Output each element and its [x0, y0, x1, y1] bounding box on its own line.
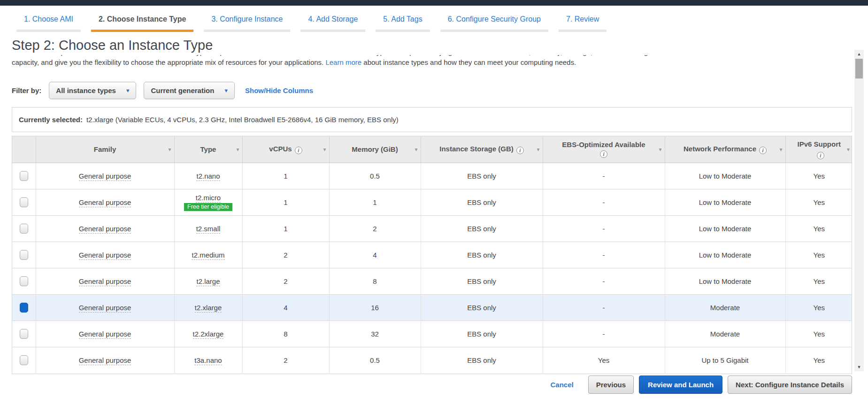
type-tooltip-link[interactable]: t3a.nano — [194, 356, 222, 365]
row-checkbox[interactable] — [20, 329, 28, 339]
ebs-optimized-cell: - — [543, 242, 665, 268]
row-checkbox[interactable] — [20, 303, 28, 313]
type-tooltip-link[interactable]: t2.medium — [192, 251, 224, 260]
vcpus-cell: 8 — [242, 321, 329, 347]
row-checkbox[interactable] — [20, 171, 28, 181]
scrollbar-thumb[interactable] — [855, 59, 863, 78]
ebs-optimized-cell: Yes — [543, 347, 665, 373]
column-header-vcpus[interactable]: vCPUsi▾ — [242, 136, 329, 163]
tab-step-7[interactable]: 7. Review — [559, 12, 607, 32]
sort-caret-icon[interactable]: ▾ — [847, 146, 850, 153]
family-tooltip-link[interactable]: General purpose — [79, 277, 131, 286]
vcpus-cell: 4 — [242, 294, 329, 321]
description-text: capacity, and give you the flexibility t… — [12, 58, 323, 66]
column-header-network-performance[interactable]: Network Performancei▾ — [665, 136, 785, 163]
description-text-after: about instance types and how they can me… — [363, 58, 576, 66]
column-header-memory-gib-[interactable]: Memory (GiB)▾ — [329, 136, 421, 163]
column-header-label: Type — [200, 145, 216, 153]
tab-step-4[interactable]: 4. Add Storage — [300, 12, 365, 32]
memory-cell: 0.5 — [329, 163, 421, 189]
type-tooltip-link[interactable]: t2.micro — [196, 194, 221, 203]
row-checkbox[interactable] — [20, 224, 28, 234]
learn-more-link[interactable]: Learn more — [325, 58, 361, 66]
tab-step-1[interactable]: 1. Choose AMI — [16, 12, 81, 32]
column-header-type[interactable]: Type▾ — [174, 136, 242, 163]
scroll-down-icon[interactable]: ▼ — [854, 363, 864, 371]
column-header-instance-storage-gb-[interactable]: Instance Storage (GB)i▾ — [421, 136, 543, 163]
type-cell: t2.microFree tier eligible — [174, 189, 242, 215]
type-tooltip-link[interactable]: t2.small — [196, 225, 221, 234]
instance-family-filter-dropdown[interactable]: All instance types ▾ — [49, 82, 136, 99]
info-icon[interactable]: i — [516, 147, 524, 154]
family-tooltip-link[interactable]: General purpose — [79, 198, 131, 207]
type-cell: t2.nano — [174, 163, 242, 189]
family-tooltip-link[interactable]: General purpose — [79, 330, 131, 339]
memory-cell: 32 — [329, 321, 421, 347]
type-tooltip-link[interactable]: t2.xlarge — [195, 304, 222, 313]
family-tooltip-link[interactable]: General purpose — [79, 172, 131, 181]
type-cell: t2.large — [174, 268, 242, 294]
type-tooltip-link[interactable]: t2.large — [196, 277, 220, 286]
sort-caret-icon[interactable]: ▾ — [236, 146, 239, 153]
row-checkbox[interactable] — [20, 355, 28, 365]
info-icon[interactable]: i — [600, 150, 607, 158]
sort-caret-icon[interactable]: ▾ — [323, 146, 326, 153]
sort-caret-icon[interactable]: ▾ — [779, 146, 782, 153]
storage-cell: EBS only — [421, 163, 543, 189]
tab-step-6[interactable]: 6. Configure Security Group — [440, 12, 548, 32]
tab-step-5[interactable]: 5. Add Tags — [376, 12, 430, 32]
network-performance-cell: Moderate — [665, 294, 785, 321]
tab-step-2[interactable]: 2. Choose Instance Type — [91, 12, 193, 32]
info-icon[interactable]: i — [759, 147, 767, 154]
table-row-t2.xlarge[interactable]: General purposet2.xlarge416EBS only-Mode… — [12, 294, 852, 321]
family-tooltip-link[interactable]: General purpose — [79, 251, 131, 260]
row-checkbox[interactable] — [20, 197, 28, 207]
network-performance-cell: Moderate — [665, 321, 785, 347]
info-icon[interactable]: i — [817, 152, 824, 159]
table-row-t2.micro[interactable]: General purposet2.microFree tier eligibl… — [12, 189, 852, 215]
next-configure-instance-button[interactable]: Next: Configure Instance Details — [728, 376, 852, 394]
column-header-label: Network Performance — [684, 145, 756, 153]
generation-filter-dropdown[interactable]: Current generation ▾ — [144, 82, 235, 99]
column-header-label: Memory (GiB) — [352, 145, 398, 153]
type-tooltip-link[interactable]: t2.2xlarge — [193, 330, 224, 339]
table-row-t3a.nano[interactable]: General purposet3a.nano20.5EBS onlyYesUp… — [12, 347, 852, 373]
ipv6-support-cell: Yes — [785, 321, 852, 347]
previous-button[interactable]: Previous — [588, 376, 634, 394]
storage-cell: EBS only — [421, 215, 543, 242]
vcpus-cell: 2 — [242, 268, 329, 294]
sort-caret-icon[interactable]: ▾ — [415, 146, 417, 153]
scroll-up-icon[interactable]: ▲ — [854, 50, 864, 58]
row-checkbox[interactable] — [20, 276, 28, 286]
family-tooltip-link[interactable]: General purpose — [79, 356, 131, 365]
column-header-family[interactable]: Family▾ — [36, 136, 174, 163]
dropdown-selected-value: Current generation — [151, 86, 214, 94]
ebs-optimized-cell: - — [543, 163, 665, 189]
column-header-ebs-optimized-available[interactable]: EBS-Optimized Availablei▾ — [543, 136, 665, 163]
column-header-label: IPv6 Support i — [797, 139, 842, 159]
table-row-t2.medium[interactable]: General purposet2.medium24EBS only-Low t… — [12, 242, 852, 268]
table-row-t2.nano[interactable]: General purposet2.nano10.5EBS only-Low t… — [12, 163, 852, 189]
currently-selected-value: t2.xlarge (Variable ECUs, 4 vCPUs, 2.3 G… — [86, 116, 399, 124]
sort-caret-icon[interactable]: ▾ — [659, 146, 661, 153]
info-icon[interactable]: i — [295, 147, 302, 154]
currently-selected-label: Currently selected: — [19, 116, 83, 124]
table-row-t2.small[interactable]: General purposet2.small12EBS only-Low to… — [12, 215, 852, 242]
show-hide-columns-link[interactable]: Show/Hide Columns — [245, 86, 313, 94]
family-tooltip-link[interactable]: General purpose — [79, 304, 131, 313]
type-tooltip-link[interactable]: t2.nano — [196, 172, 220, 181]
review-and-launch-button[interactable]: Review and Launch — [639, 376, 722, 394]
table-row-t2.2xlarge[interactable]: General purposet2.2xlarge832EBS only-Mod… — [12, 321, 852, 347]
family-tooltip-link[interactable]: General purpose — [79, 225, 131, 234]
page-scrollbar[interactable]: ▲ ▼ — [854, 50, 864, 371]
sort-caret-icon[interactable]: ▾ — [168, 146, 171, 153]
ipv6-support-cell: Yes — [785, 294, 852, 321]
cancel-link[interactable]: Cancel — [550, 381, 573, 389]
sort-caret-icon[interactable]: ▾ — [537, 146, 539, 153]
column-header-ipv6-support[interactable]: IPv6 Support i▾ — [785, 136, 852, 163]
table-row-t2.large[interactable]: General purposet2.large28EBS only-Low to… — [12, 268, 852, 294]
page-head: Step 2: Choose an Instance Type Amazon E… — [12, 32, 852, 68]
row-checkbox[interactable] — [20, 250, 28, 260]
tab-step-3[interactable]: 3. Configure Instance — [204, 12, 290, 32]
type-cell: t3a.nano — [174, 347, 242, 373]
